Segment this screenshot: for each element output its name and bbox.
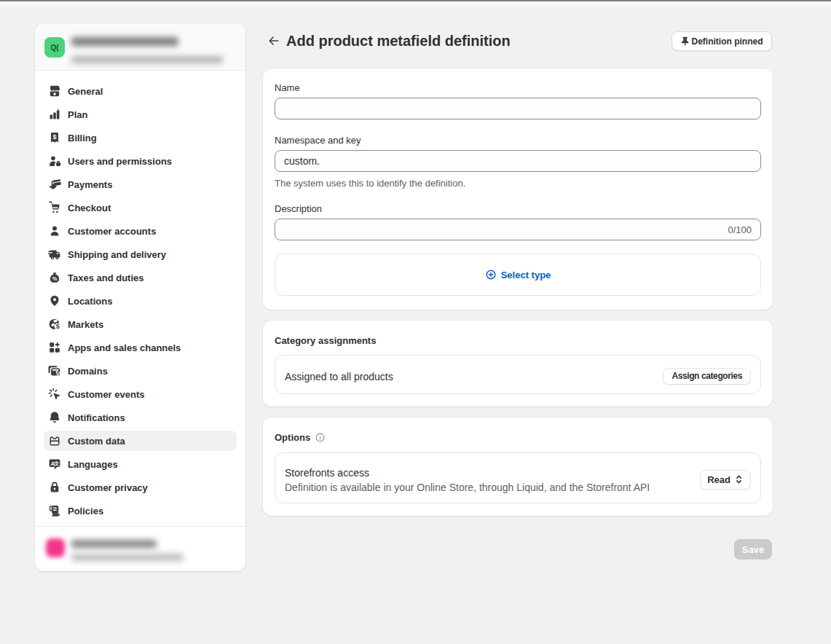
svg-text:$: $ [52,133,56,141]
svg-text:文: 文 [53,460,59,466]
svg-text:%: % [52,275,58,282]
svg-text:$: $ [56,323,60,330]
